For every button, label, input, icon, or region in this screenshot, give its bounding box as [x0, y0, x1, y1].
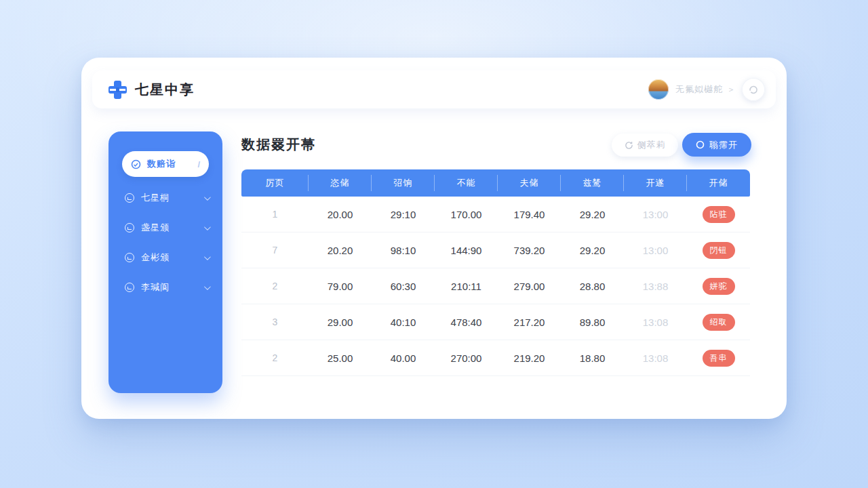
table-header-cell: 不能: [435, 169, 498, 197]
value-cell: 29.20: [561, 245, 624, 256]
circle-icon: [125, 223, 134, 232]
row-index-cell: 1: [241, 209, 309, 220]
value-cell: 219.20: [498, 352, 561, 364]
app-background: 七星中享 无氟姒樾舵 ＞ 数赔诣 / 七星桐: [0, 0, 868, 488]
value-cell: 18.80: [561, 352, 624, 364]
brand-title: 七星中享: [135, 81, 195, 99]
table-row: 7 20.20 98:10 144:90 739.20 29.20 13:00 …: [241, 232, 750, 268]
value-cell: 270:00: [435, 352, 498, 364]
value-cell: 20.00: [309, 209, 372, 220]
data-table: 厉页 恣储 弨饷 不能 夫储 兹鸶 开遂 开储 1 20.00 29:10 17…: [241, 169, 750, 376]
value-cell: 478:40: [435, 317, 498, 328]
table-header-cell: 恣储: [309, 169, 372, 197]
top-bar: 七星中享 无氟姒樾舵 ＞: [92, 70, 776, 108]
sidebar-item[interactable]: 金彬颁: [108, 248, 222, 267]
value-cell: 217.20: [498, 317, 561, 328]
value-cell: 60:30: [372, 281, 435, 292]
primary-button-label: 聬霈开: [709, 139, 738, 151]
row-index-cell: 7: [241, 245, 309, 256]
refresh-icon: [625, 141, 633, 150]
table-row: 2 79.00 60:30 210:11 279.00 28.80 13:88 …: [241, 268, 750, 304]
row-index-cell: 2: [241, 352, 309, 363]
value-cell: 89.80: [561, 317, 624, 328]
value-cell: 29.20: [561, 209, 624, 220]
value-cell: 29:10: [372, 209, 435, 220]
table-header-cell: 开遂: [624, 169, 687, 197]
value-cell: 25.00: [309, 352, 372, 364]
value-cell: 29.00: [309, 317, 372, 328]
sidebar-item-label: 金彬颁: [141, 251, 170, 264]
circle-icon: [696, 140, 705, 149]
status-badge[interactable]: 吾串: [703, 350, 735, 367]
time-cell: 13:00: [624, 245, 687, 256]
sidebar-item[interactable]: 盏星颁: [108, 218, 222, 237]
chevron-down-icon: [204, 283, 211, 290]
status-badge[interactable]: 姘驼: [703, 278, 735, 295]
sidebar: 数赔诣 / 七星桐 盏星颁 金彬颁 李瑊阆: [108, 131, 222, 393]
slash-icon: /: [197, 159, 200, 169]
sidebar-item[interactable]: 七星桐: [108, 188, 222, 207]
value-cell: 170.00: [435, 209, 498, 220]
value-cell: 144:90: [435, 245, 498, 256]
sidebar-item-label: 李瑊阆: [141, 281, 170, 293]
circle-icon: [125, 193, 134, 203]
refresh-button-label: 侧萃莉: [637, 139, 666, 151]
time-cell: 13:08: [624, 352, 687, 364]
page-title: 数据罬开菷: [241, 136, 316, 154]
sidebar-item-active[interactable]: 数赔诣 /: [122, 151, 209, 177]
primary-action-button[interactable]: 聬霈开: [682, 133, 751, 157]
brand-logo-icon: [108, 81, 127, 99]
table-header-cell: 弨饷: [372, 169, 435, 197]
table-row: 3 29.00 40:10 478:40 217.20 89.80 13:08 …: [241, 304, 750, 340]
time-cell: 13:88: [624, 281, 687, 292]
sidebar-item-label: 七星桐: [141, 192, 170, 204]
user-avatar[interactable]: [648, 79, 669, 100]
table-header-cell: 夫储: [498, 169, 561, 197]
chevron-down-icon: [204, 253, 211, 260]
status-badge[interactable]: 阽驻: [703, 206, 735, 223]
table-header-row: 厉页 恣储 弨饷 不能 夫储 兹鸶 开遂 开储: [241, 169, 750, 197]
value-cell: 79.00: [309, 281, 372, 292]
value-cell: 739.20: [498, 245, 561, 256]
table-row: 2 25.00 40.00 270:00 219.20 18.80 13:08 …: [241, 340, 750, 376]
value-cell: 28.80: [561, 281, 624, 292]
user-name[interactable]: 无氟姒樾舵: [675, 83, 723, 96]
value-cell: 98:10: [372, 245, 435, 256]
value-cell: 40.00: [372, 352, 435, 364]
table-header-cell: 开储: [687, 169, 750, 197]
sidebar-item-label: 盏星颁: [141, 222, 170, 234]
table-row: 1 20.00 29:10 170.00 179.40 29.20 13:00 …: [241, 197, 750, 232]
table-header-cell: 兹鸶: [561, 169, 624, 197]
topbar-user-cluster: 无氟姒樾舵 ＞: [648, 78, 765, 101]
value-cell: 40:10: [372, 317, 435, 328]
time-cell: 13:08: [624, 317, 687, 328]
row-index-cell: 2: [241, 281, 309, 291]
value-cell: 279.00: [498, 281, 561, 292]
value-cell: 20.20: [309, 245, 372, 256]
status-badge[interactable]: 閁钮: [703, 242, 735, 259]
back-button[interactable]: [742, 78, 765, 101]
sidebar-item-label: 数赔诣: [147, 158, 176, 170]
circle-icon: [125, 283, 134, 292]
sidebar-item[interactable]: 李瑊阆: [108, 278, 222, 297]
refresh-button[interactable]: 侧萃莉: [612, 134, 678, 157]
dashboard-icon: [131, 159, 141, 169]
chevron-down-icon: [204, 224, 211, 230]
time-cell: 13:00: [624, 209, 687, 220]
chevron-down-icon: [204, 194, 211, 201]
value-cell: 210:11: [435, 281, 498, 292]
status-badge[interactable]: 绍取: [703, 314, 735, 331]
chevron-right-icon[interactable]: ＞: [727, 84, 735, 96]
row-index-cell: 3: [241, 317, 309, 327]
table-header-cell: 厉页: [241, 169, 309, 197]
circle-icon: [125, 253, 134, 262]
value-cell: 179.40: [498, 209, 561, 220]
return-icon: [748, 84, 759, 95]
